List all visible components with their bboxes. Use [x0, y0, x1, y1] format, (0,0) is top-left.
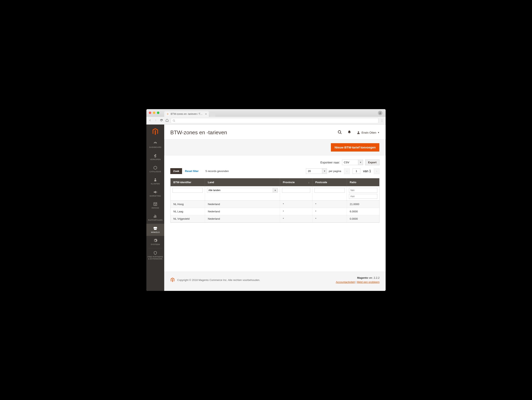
search-button[interactable]: Zoek: [170, 168, 182, 174]
sidebar-item-marketing[interactable]: MARKETING: [146, 187, 164, 200]
sidebar-item-winkels[interactable]: WINKELS: [146, 224, 164, 236]
sidebar-item-inhoud[interactable]: INHOUD: [146, 199, 164, 212]
svg-point-1: [173, 120, 175, 121]
account-activity-link[interactable]: Accountactiviteit: [336, 281, 355, 284]
action-bar: Nieuw BTW-tarief toevoegen: [164, 139, 386, 155]
page-header: BTW-zones en -tarieven Erwin Otten ▼: [164, 124, 386, 138]
cell-postcode: *: [312, 215, 347, 222]
browser-toolbar: ⋮: [146, 117, 386, 124]
cell-land: Nederland: [205, 215, 280, 222]
profile-avatar-icon[interactable]: [378, 111, 382, 115]
reload-button[interactable]: [160, 119, 163, 123]
sidebar-item-partners[interactable]: FIND PARTNERS & EXTENSIONS: [146, 248, 164, 263]
next-page-button[interactable]: ›: [374, 168, 380, 174]
maximize-window-button[interactable]: [157, 112, 159, 114]
page-title: BTW-zones en -tarieven: [170, 129, 227, 136]
report-problem-link[interactable]: Meld een probleem: [357, 281, 380, 284]
user-name: Erwin Otten: [361, 131, 376, 134]
cell-ratio: 0.0000: [347, 215, 379, 222]
page-total: van 1: [363, 169, 371, 173]
svg-point-3: [338, 130, 341, 133]
window-controls: [149, 112, 159, 114]
export-format-select[interactable]: CSV ▼: [342, 160, 363, 165]
cell-land: Nederland: [205, 201, 280, 208]
magento-logo-icon[interactable]: [146, 124, 164, 139]
cell-identifier: NL Laag: [171, 208, 205, 215]
grid-controls: Zoek Reset filter 5 records gevonden 20 …: [170, 168, 380, 174]
column-header-provincie[interactable]: Provincie↓: [280, 178, 312, 186]
cell-provincie: *: [280, 215, 312, 222]
close-tab-icon[interactable]: ×: [205, 112, 207, 116]
export-controls: Exporteer naar: CSV ▼ Export: [170, 159, 380, 165]
version-text: Magento ver. 2.2.2: [336, 276, 380, 279]
browser-window: BTW-zones en -tarieven / Taxe × ⋮: [146, 109, 386, 291]
prev-page-button[interactable]: ‹: [344, 168, 350, 174]
sidebar-item-dashboard[interactable]: DASHBOARD: [146, 139, 164, 151]
per-page-label: per pagina: [329, 170, 341, 173]
reset-filter-button[interactable]: Reset filter: [185, 170, 198, 173]
svg-point-4: [358, 131, 359, 133]
forward-button[interactable]: [154, 119, 157, 123]
sidebar-item-verkopen[interactable]: VERKOPEN: [146, 151, 164, 163]
browser-tab-strip: BTW-zones en -tarieven / Taxe ×: [146, 109, 386, 117]
filter-identifier-input[interactable]: [172, 188, 203, 193]
filter-ratio-from-input[interactable]: [349, 188, 377, 193]
cell-postcode: *: [312, 208, 347, 215]
cell-postcode: *: [312, 201, 347, 208]
filter-ratio-to-input[interactable]: [349, 194, 377, 199]
cell-ratio: 6.0000: [347, 208, 379, 215]
sidebar-item-catalogus[interactable]: CATALOGUS: [146, 163, 164, 175]
table-row[interactable]: NL Hoog Nederland * * 21.0000: [171, 201, 379, 208]
caret-down-icon: ▼: [378, 131, 380, 134]
cell-ratio: 21.0000: [347, 201, 379, 208]
page-number-input[interactable]: [353, 168, 360, 174]
minimize-window-button[interactable]: [153, 112, 155, 114]
table-row[interactable]: NL Laag Nederland * * 6.0000: [171, 208, 379, 215]
favicon-icon: [166, 113, 169, 116]
new-tab-button[interactable]: [210, 112, 215, 117]
search-icon: [172, 119, 175, 122]
browser-tab[interactable]: BTW-zones en -tarieven / Taxe ×: [164, 111, 209, 117]
filter-provincie-input[interactable]: [282, 188, 310, 193]
sidebar-item-rapportages[interactable]: RAPPORTAGES: [146, 212, 164, 224]
column-header-identifier[interactable]: BTW-identifier: [171, 178, 205, 186]
grid-header-row: BTW-identifier Land Provincie↓ Postcode …: [171, 178, 379, 186]
search-button[interactable]: [338, 130, 342, 135]
caret-down-icon: ▼: [273, 188, 278, 193]
address-bar[interactable]: [171, 118, 378, 123]
sort-arrow-icon: ↓: [308, 181, 310, 184]
grid-body: NL Hoog Nederland * * 21.0000 NL Laag Ne…: [171, 201, 379, 223]
cell-identifier: NL Vrijgesteld: [171, 215, 205, 222]
notifications-icon[interactable]: [347, 130, 351, 135]
column-header-postcode[interactable]: Postcode: [312, 178, 347, 186]
copyright-text: Copyright © 2018 Magento Commerce Inc. A…: [177, 278, 260, 282]
cell-land: Nederland: [205, 208, 280, 215]
grid-filter-row: Alle landen ▼: [171, 186, 379, 201]
column-header-ratio[interactable]: Ratio: [347, 178, 379, 186]
sidebar-item-systeem[interactable]: SYSTEEM: [146, 236, 164, 248]
tab-title: BTW-zones en -tarieven / Taxe: [171, 113, 203, 116]
data-grid: BTW-identifier Land Provincie↓ Postcode …: [170, 178, 380, 223]
add-tax-rate-button[interactable]: Nieuw BTW-tarief toevoegen: [331, 143, 379, 152]
user-menu[interactable]: Erwin Otten ▼: [357, 131, 380, 135]
cell-provincie: *: [280, 201, 312, 208]
cell-provincie: *: [280, 208, 312, 215]
filter-land-select[interactable]: Alle landen ▼: [207, 188, 278, 193]
export-button[interactable]: Export: [365, 159, 380, 165]
record-count: 5 records gevonden: [206, 170, 229, 173]
browser-menu-button[interactable]: ⋮: [380, 119, 384, 123]
svg-point-0: [380, 112, 381, 113]
user-icon: [357, 131, 360, 135]
filter-postcode-input[interactable]: [314, 188, 345, 193]
column-header-land[interactable]: Land: [205, 178, 280, 186]
per-page-select[interactable]: 20 ▼: [306, 168, 327, 174]
table-row[interactable]: NL Vrijgesteld Nederland * * 0.0000: [171, 215, 379, 223]
sidebar-item-klanten[interactable]: KLANTEN: [146, 175, 164, 187]
back-button[interactable]: [148, 119, 152, 123]
svg-point-2: [155, 178, 156, 179]
close-window-button[interactable]: [149, 112, 151, 114]
cell-identifier: NL Hoog: [171, 201, 205, 208]
caret-down-icon: ▼: [358, 160, 363, 165]
caret-down-icon: ▼: [322, 168, 327, 174]
home-button[interactable]: [165, 119, 169, 123]
